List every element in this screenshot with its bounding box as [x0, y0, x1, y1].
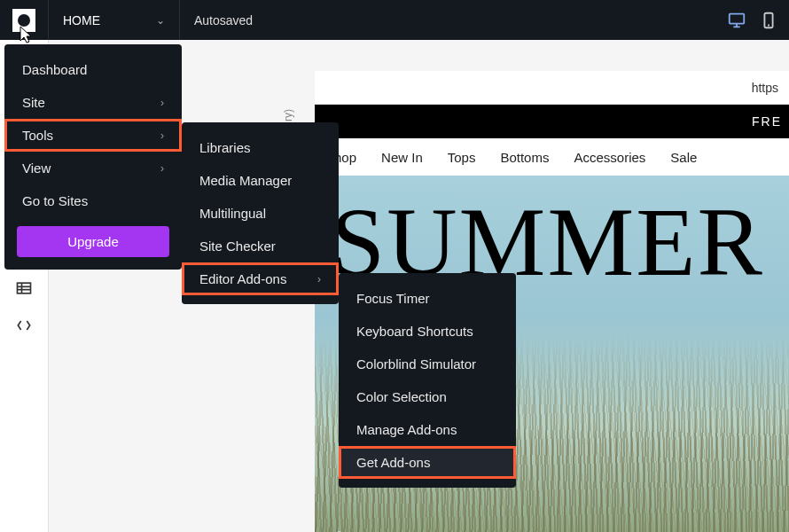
- chevron-right-icon: ›: [160, 97, 164, 109]
- topbar-right: [727, 11, 789, 30]
- tools-submenu: Libraries Media Manager Multilingual Sit…: [182, 122, 339, 304]
- logo-icon: [12, 9, 35, 32]
- tools-item-libraries[interactable]: Libraries: [182, 131, 339, 164]
- menu-label: View: [22, 160, 51, 176]
- menu-label: Colorblind Simulator: [356, 356, 476, 372]
- menu-label: Color Selection: [356, 389, 447, 404]
- chevron-right-icon: ›: [317, 273, 321, 286]
- menu-label: Keyboard Shortcuts: [356, 324, 473, 339]
- home-dropdown[interactable]: HOME ⌄: [49, 0, 180, 40]
- menu-label: Focus Timer: [356, 291, 430, 306]
- menu-label: Multilingual: [199, 206, 266, 221]
- addons-submenu: Focus Timer Keyboard Shortcuts Colorblin…: [339, 273, 516, 488]
- menu-label: Tools: [22, 128, 53, 143]
- addons-item-colorblind-simulator[interactable]: Colorblind Simulator: [339, 348, 516, 380]
- site-banner: FRE: [315, 105, 789, 138]
- menu-item-dashboard[interactable]: Dashboard: [4, 53, 182, 86]
- menu-label: Editor Add-ons: [199, 271, 286, 286]
- addons-item-manage-addons[interactable]: Manage Add-ons: [339, 413, 516, 446]
- addons-item-color-selection[interactable]: Color Selection: [339, 380, 516, 413]
- menu-item-go-to-sites[interactable]: Go to Sites: [4, 184, 182, 217]
- code-icon[interactable]: [15, 317, 33, 334]
- addons-item-keyboard-shortcuts[interactable]: Keyboard Shortcuts: [339, 315, 516, 348]
- chevron-right-icon: ›: [160, 129, 164, 142]
- mobile-icon[interactable]: [759, 11, 778, 30]
- chevron-right-icon: ›: [160, 162, 164, 175]
- main-menu: Dashboard Site › Tools › View › Go to Si…: [4, 44, 182, 270]
- tools-item-multilingual[interactable]: Multilingual: [182, 197, 339, 230]
- menu-label: Go to Sites: [22, 193, 88, 208]
- tools-item-editor-addons[interactable]: Editor Add-ons ›: [182, 262, 339, 295]
- menu-label: Site: [22, 95, 45, 110]
- menu-label: Media Manager: [199, 173, 292, 188]
- banner-text: FRE: [752, 114, 782, 129]
- sidebar-rotated-label: ry): [282, 109, 294, 121]
- menu-label: Site Checker: [199, 239, 276, 254]
- menu-label: Libraries: [199, 140, 251, 155]
- addons-item-get-addons[interactable]: Get Add-ons: [339, 446, 516, 479]
- menu-item-tools[interactable]: Tools ›: [4, 119, 182, 152]
- menu-item-view[interactable]: View ›: [4, 152, 182, 184]
- app-logo[interactable]: [0, 0, 49, 40]
- menu-label: Manage Add-ons: [356, 422, 457, 437]
- menu-label: Get Add-ons: [356, 455, 430, 470]
- site-nav: Shop New In Tops Bottoms Accessories Sal…: [315, 138, 789, 176]
- nav-item[interactable]: Tops: [448, 150, 476, 165]
- tools-item-site-checker[interactable]: Site Checker: [182, 230, 339, 262]
- table-icon[interactable]: [15, 279, 33, 297]
- upgrade-button[interactable]: Upgrade: [17, 226, 169, 257]
- menu-item-site[interactable]: Site ›: [4, 86, 182, 119]
- tools-item-media-manager[interactable]: Media Manager: [182, 164, 339, 197]
- autosave-status: Autosaved: [180, 13, 267, 27]
- addons-item-focus-timer[interactable]: Focus Timer: [339, 282, 516, 315]
- nav-item[interactable]: Bottoms: [500, 150, 549, 165]
- upgrade-wrap: Upgrade: [4, 217, 182, 261]
- nav-item[interactable]: Sale: [670, 150, 697, 165]
- home-label: HOME: [63, 13, 100, 27]
- svg-rect-0: [730, 13, 745, 23]
- nav-item[interactable]: New In: [381, 150, 423, 165]
- desktop-icon[interactable]: [727, 11, 746, 30]
- url-text: https: [752, 81, 778, 95]
- svg-rect-5: [18, 283, 31, 293]
- top-bar: HOME ⌄ Autosaved: [0, 0, 789, 40]
- menu-label: Dashboard: [22, 62, 87, 77]
- chevron-down-icon: ⌄: [156, 14, 165, 27]
- url-bar[interactable]: https: [315, 71, 789, 105]
- nav-item[interactable]: Accessories: [574, 150, 645, 165]
